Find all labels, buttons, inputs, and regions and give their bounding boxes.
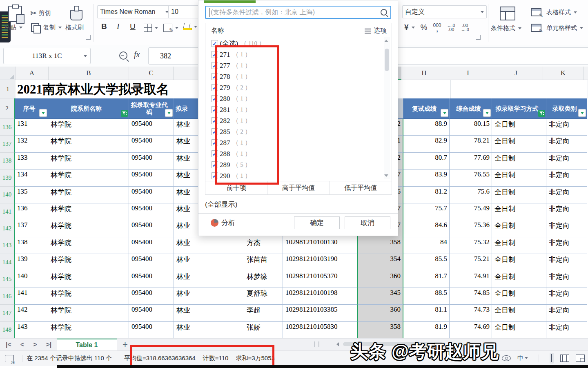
show-all-link[interactable]: (全部显示) xyxy=(205,200,237,209)
increase-decimal-button[interactable]: .00→.0 xyxy=(461,23,469,31)
table-cell[interactable]: 夏舒琼 xyxy=(244,288,283,305)
table-cell[interactable]: 81.7 xyxy=(403,271,450,288)
table-cell[interactable]: 林学院 xyxy=(48,136,129,152)
table-cell[interactable]: 非定向 xyxy=(546,288,587,305)
table-cell[interactable]: 102981210103190 xyxy=(283,254,357,271)
table-cell[interactable]: 非定向 xyxy=(546,305,587,321)
filter-item-289[interactable]: ✓289（ 5 ） xyxy=(211,159,374,170)
filter-dropdown-icon[interactable] xyxy=(39,109,47,117)
filter-item-280[interactable]: ✓280（ 1 ） xyxy=(211,93,374,104)
table-cell[interactable]: 全日制 xyxy=(492,305,546,321)
analyze-button[interactable]: 分析 xyxy=(211,218,235,227)
table-cell[interactable]: 80.15 xyxy=(450,119,492,136)
table-cell[interactable]: 095400 xyxy=(129,136,174,152)
table-cell[interactable]: 82.9 xyxy=(403,136,450,152)
table-cell[interactable]: 林学院 xyxy=(48,153,129,170)
table-cell[interactable]: 全日制 xyxy=(492,288,546,305)
checkbox-checked-icon[interactable]: ✓ xyxy=(211,139,218,146)
table-cell[interactable]: 75.7 xyxy=(403,203,450,220)
filter-item-288[interactable]: ✓288（ 1 ） xyxy=(211,148,374,159)
fill-color-button[interactable] xyxy=(183,23,197,30)
table-cell[interactable]: 林学院 xyxy=(48,237,129,254)
checkbox-checked-icon[interactable]: ✓ xyxy=(211,95,218,102)
font-family-select[interactable]: Times New Roman xyxy=(97,5,172,18)
filter-item-278[interactable]: ✓278（ 1 ） xyxy=(211,71,374,82)
page-layout-view-icon[interactable] xyxy=(560,355,569,362)
table-cell[interactable]: 134 xyxy=(15,170,48,186)
name-box[interactable]: 113R x 1C xyxy=(3,48,91,64)
table-cell[interactable]: 75.32 xyxy=(450,237,492,254)
table-cell[interactable]: 全日制 xyxy=(492,119,546,136)
checkbox-checked-icon[interactable]: ✓ xyxy=(211,128,218,135)
row-header-145[interactable]: 145 xyxy=(0,271,15,288)
active-filter-funnel-icon[interactable] xyxy=(121,110,128,117)
filter-dropdown-icon[interactable] xyxy=(578,109,586,117)
filter-item-277[interactable]: ✓277（ 1 ） xyxy=(211,60,374,71)
filter-options-button[interactable]: 选项 xyxy=(365,27,387,35)
table-cell[interactable]: 林学院 xyxy=(48,203,129,220)
table-cell[interactable]: 135 xyxy=(15,187,48,203)
normal-view-button[interactable] xyxy=(550,353,554,364)
column-letter-J[interactable]: J xyxy=(489,67,543,80)
first-sheet-icon[interactable]: |< xyxy=(6,341,11,348)
table-cell[interactable]: 095400 xyxy=(129,254,174,271)
row-header-138[interactable]: 138 xyxy=(0,153,15,170)
table-cell[interactable]: 全日制 xyxy=(492,254,546,271)
table-cell[interactable]: 095400 xyxy=(129,203,174,220)
fx-icon[interactable]: fx xyxy=(134,50,140,59)
borders-button[interactable] xyxy=(144,24,158,32)
row-header-137[interactable]: 137 xyxy=(0,136,15,152)
table-cell[interactable]: 095400 xyxy=(129,187,174,203)
row-header-1[interactable]: 1 xyxy=(0,80,16,98)
filter-item-281[interactable]: ✓281（ 1 ） xyxy=(211,104,374,115)
table-cell[interactable]: 林业 xyxy=(174,237,244,254)
table-cell[interactable]: 102981210103385 xyxy=(283,305,357,321)
table-cell[interactable]: 81.9 xyxy=(403,322,450,339)
table-cell[interactable]: 全日制 xyxy=(492,220,546,237)
row-header-2[interactable]: 2 xyxy=(0,98,15,119)
table-cell[interactable]: 全日制 xyxy=(492,237,546,254)
table-cell[interactable]: 095400 xyxy=(129,153,174,170)
table-cell[interactable]: 360 xyxy=(357,305,403,321)
below-average-button[interactable]: 低于平均值 xyxy=(330,181,392,194)
table-cell[interactable]: 88.5 xyxy=(403,288,450,305)
ok-button[interactable]: 确定 xyxy=(294,216,340,229)
table-cell[interactable]: 林业 xyxy=(174,288,244,305)
table-cell[interactable]: 非定向 xyxy=(546,119,587,136)
table-cell[interactable]: 林学院 xyxy=(48,305,129,321)
language-toggle[interactable]: 中 xyxy=(517,354,528,362)
table-header-cell[interactable]: 拟录取专业代码 xyxy=(129,98,174,119)
column-letter-B[interactable]: B xyxy=(49,67,129,80)
table-header-cell[interactable]: 序号 xyxy=(15,98,48,119)
table-cell[interactable]: 095400 xyxy=(129,271,174,288)
filter-dropdown-icon[interactable] xyxy=(483,109,491,117)
underline-button[interactable]: U xyxy=(130,22,136,31)
page-break-view-icon[interactable] xyxy=(576,355,585,362)
table-cell[interactable]: 140 xyxy=(15,271,48,288)
add-sheet-button[interactable]: + xyxy=(117,339,128,350)
column-letter-K[interactable]: K xyxy=(543,67,584,80)
table-cell[interactable]: 136 xyxy=(15,203,48,220)
table-cell[interactable]: 全日制 xyxy=(492,271,546,288)
table-cell[interactable]: 84.6 xyxy=(403,220,450,237)
cell-style-button[interactable]: 单元格样式 xyxy=(531,24,583,32)
table-cell[interactable]: 81.2 xyxy=(403,187,450,203)
table-cell[interactable]: 75.49 xyxy=(450,203,492,220)
table-cell[interactable]: 141 xyxy=(15,288,48,305)
table-cell[interactable]: 131 xyxy=(15,119,48,136)
title-row-empty-cell[interactable] xyxy=(547,80,588,98)
sheet-tab-table1[interactable]: Table 1 xyxy=(57,339,117,351)
table-cell[interactable]: 102981210105370 xyxy=(283,271,357,288)
table-header-cell[interactable]: 院系所名称 xyxy=(48,98,129,119)
italic-button[interactable]: I xyxy=(117,22,119,31)
table-cell[interactable]: 83.9 xyxy=(403,170,450,186)
table-cell[interactable]: 74.85 xyxy=(450,288,492,305)
table-header-cell[interactable]: 复试成绩 xyxy=(403,98,450,119)
checkbox-checked-icon[interactable]: ✓ xyxy=(211,62,218,69)
table-cell[interactable]: 76.55 xyxy=(450,170,492,186)
title-row-empty-cell[interactable] xyxy=(493,80,548,98)
table-cell[interactable]: 林学院 xyxy=(48,187,129,203)
checkbox-checked-icon[interactable]: ✓ xyxy=(211,161,218,168)
table-cell[interactable]: 095400 xyxy=(129,220,174,237)
cancel-button[interactable]: 取消 xyxy=(345,216,390,229)
